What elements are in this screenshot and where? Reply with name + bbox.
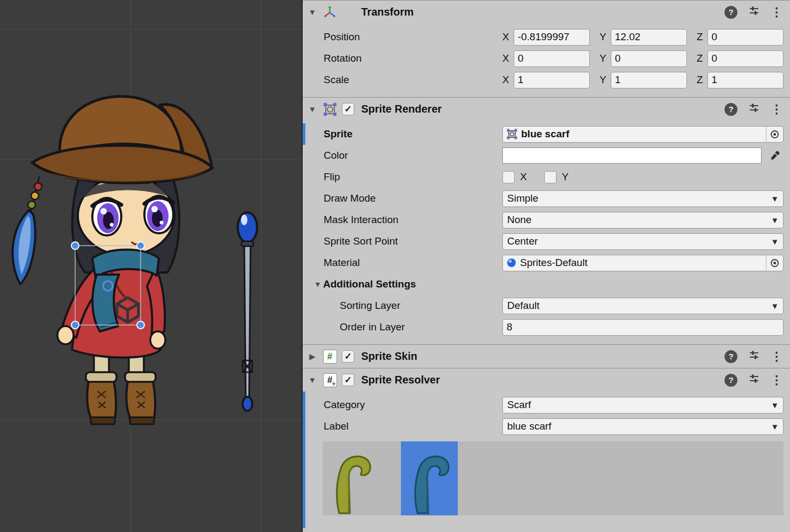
axis-z-label: Z — [697, 31, 703, 43]
preset-icon[interactable] — [748, 102, 760, 116]
chevron-down-icon: ▼ — [771, 301, 779, 311]
property-label: Flip — [324, 171, 502, 183]
mask-interaction-dropdown[interactable]: None ▼ — [502, 212, 784, 228]
help-icon[interactable]: ? — [725, 350, 737, 363]
component-enabled-checkbox[interactable]: ✓ — [342, 374, 354, 386]
kebab-menu-icon[interactable]: ⋮ — [771, 374, 782, 386]
position-y-input[interactable] — [611, 29, 687, 46]
kebab-menu-icon[interactable]: ⋮ — [771, 351, 782, 363]
draw-mode-dropdown[interactable]: Simple ▼ — [502, 190, 784, 207]
order-in-layer-row: Order in Layer — [303, 316, 790, 338]
rotation-x-input[interactable] — [514, 50, 590, 67]
eyedropper-icon[interactable] — [766, 147, 784, 164]
sorting-layer-row: Sorting Layer Default ▼ — [303, 295, 790, 316]
kebab-menu-icon[interactable]: ⋮ — [771, 104, 782, 115]
scene-view[interactable] — [0, 0, 303, 532]
scale-x-input[interactable] — [514, 72, 590, 88]
scale-z-input[interactable] — [707, 72, 784, 88]
flip-y-checkbox[interactable] — [544, 171, 557, 183]
rotation-z-input[interactable] — [707, 50, 784, 67]
component-title: Sprite Skin — [361, 350, 417, 363]
preset-icon[interactable] — [748, 349, 760, 364]
character-sprite — [0, 0, 303, 532]
object-picker-icon[interactable] — [766, 127, 783, 142]
boots — [86, 372, 156, 424]
position-x-input[interactable] — [514, 29, 590, 46]
script-icon: #+ — [323, 373, 337, 387]
property-label: Sprite — [324, 128, 502, 140]
script-icon: # — [323, 349, 337, 364]
component-enabled-checkbox[interactable]: ✓ — [342, 103, 354, 115]
sorting-layer-dropdown[interactable]: Default ▼ — [502, 298, 784, 314]
kebab-menu-icon[interactable]: ⋮ — [771, 6, 782, 18]
dropdown-value: blue scarf — [507, 420, 551, 432]
foldout-icon[interactable]: ▼ — [307, 8, 318, 17]
property-label: Order in Layer — [340, 321, 502, 333]
foldout-icon[interactable]: ▼ — [312, 280, 323, 289]
unity-editor: ▼ Transform ? — [0, 0, 790, 532]
flip-y-label: Y — [562, 171, 569, 183]
axis-x-label: X — [502, 31, 509, 43]
property-label: Sprite Sort Point — [324, 235, 502, 247]
flip-row: Flip X Y — [303, 166, 790, 188]
axis-z-label: Z — [697, 53, 703, 64]
scale-row: Scale X Y Z — [303, 69, 790, 91]
property-label: Draw Mode — [324, 193, 502, 204]
sprite-object-field[interactable]: blue scarf — [502, 126, 784, 143]
chevron-down-icon: ▼ — [771, 237, 779, 246]
help-icon[interactable]: ? — [725, 103, 737, 116]
hat — [32, 97, 213, 183]
category-dropdown[interactable]: Scarf ▼ — [502, 397, 784, 413]
property-label: Rotation — [324, 53, 502, 64]
chevron-down-icon: ▼ — [771, 216, 779, 225]
help-icon[interactable]: ? — [725, 374, 737, 387]
additional-settings-label: Additional Settings — [323, 278, 416, 290]
material-object-field[interactable]: Sprites-Default — [502, 255, 784, 271]
preset-icon[interactable] — [748, 5, 760, 19]
position-z-input[interactable] — [707, 29, 784, 46]
sprite-thumbnail-green-scarf[interactable] — [323, 441, 379, 515]
dropdown-value: Scarf — [507, 399, 531, 411]
property-label: Material — [324, 257, 502, 269]
color-swatch[interactable] — [502, 147, 762, 164]
transform-component: ▼ Transform ? — [303, 0, 790, 97]
sprite-sort-point-row: Sprite Sort Point Center ▼ — [303, 231, 790, 252]
sprite-skin-header: ▶ # ✓ Sprite Skin ? ⋮ — [303, 344, 790, 368]
sprite-sort-point-dropdown[interactable]: Center ▼ — [502, 233, 784, 250]
axis-x-label: X — [502, 53, 509, 64]
axis-y-label: Y — [599, 74, 606, 86]
foldout-icon[interactable]: ▼ — [307, 375, 318, 385]
sprite-object-value: blue scarf — [521, 128, 569, 140]
property-label: Sorting Layer — [340, 300, 502, 312]
property-label: Mask Interaction — [324, 214, 502, 226]
property-label: Category — [324, 399, 502, 411]
rotation-y-input[interactable] — [611, 50, 687, 67]
foldout-icon[interactable]: ▼ — [307, 105, 318, 114]
foldout-icon[interactable]: ▶ — [307, 352, 318, 361]
sprite-thumbnail-blue-scarf[interactable] — [401, 441, 458, 515]
label-dropdown[interactable]: blue scarf ▼ — [502, 418, 784, 435]
additional-settings-foldout[interactable]: ▼ Additional Settings — [303, 274, 790, 295]
object-picker-icon[interactable] — [766, 255, 783, 271]
sprite-renderer-header: ▼ ✓ Sprite Renderer ? — [303, 97, 790, 121]
axis-x-label: X — [502, 74, 509, 86]
sprite-resolver-header: ▼ #+ ✓ Sprite Resolver ? ⋮ — [303, 368, 790, 391]
rotation-row: Rotation X Y Z — [303, 48, 790, 69]
material-row: Material Sprites-Default — [303, 252, 790, 274]
label-row: Label blue scarf ▼ — [303, 416, 790, 437]
scale-y-input[interactable] — [611, 72, 687, 88]
help-icon[interactable]: ? — [725, 6, 737, 19]
color-row: Color — [303, 145, 790, 166]
order-in-layer-input[interactable] — [502, 319, 784, 336]
preset-icon[interactable] — [748, 373, 760, 387]
dropdown-value: Center — [507, 235, 538, 247]
dropdown-value: Simple — [507, 193, 538, 204]
transform-icon — [323, 5, 337, 19]
property-label: Position — [324, 31, 502, 43]
dropdown-value: None — [507, 214, 531, 226]
component-enabled-checkbox[interactable]: ✓ — [342, 350, 354, 363]
property-label: Color — [324, 150, 502, 161]
flip-x-checkbox[interactable] — [502, 171, 515, 183]
chevron-down-icon: ▼ — [771, 194, 779, 203]
transform-header: ▼ Transform ? — [303, 0, 790, 24]
